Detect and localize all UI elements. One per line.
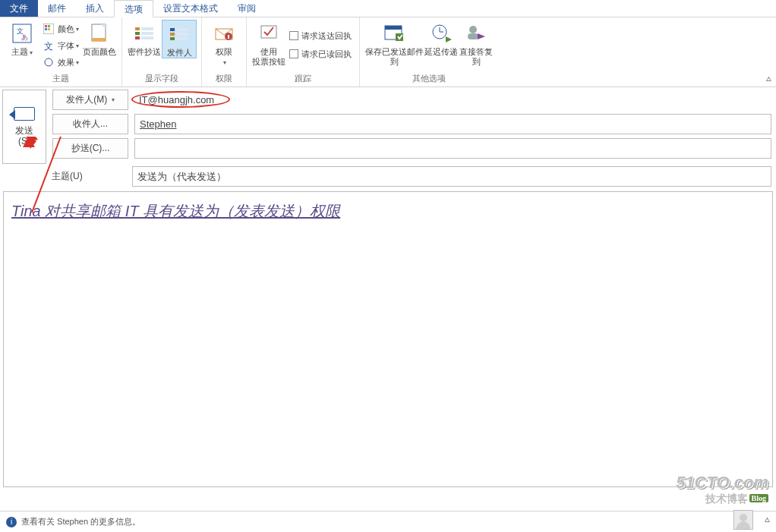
svg-rect-13 — [135, 27, 140, 30]
subject-input[interactable]: 发送为（代表发送） — [132, 166, 771, 187]
bcc-button[interactable]: 密件抄送 — [127, 20, 162, 57]
subject-row: 主题(U) 发送为（代表发送） — [0, 164, 776, 191]
svg-rect-17 — [141, 32, 153, 35]
to-input[interactable]: Stephen — [134, 114, 771, 134]
ribbon-group-tracking: 使用 投票按钮 请求送达回执 请求已读回执 跟踪 — [247, 17, 360, 87]
vote-label: 使用 投票按钮 — [252, 47, 285, 67]
permission-button[interactable]: 权限▾ — [207, 20, 241, 68]
svg-rect-30 — [385, 26, 402, 30]
checkbox-icon — [289, 49, 298, 58]
tab-mail[interactable]: 邮件 — [38, 0, 76, 17]
delay-icon — [429, 21, 453, 46]
svg-rect-27 — [228, 35, 229, 39]
from-value: IT@huangjh.com — [134, 90, 219, 110]
svg-point-9 — [45, 58, 52, 66]
ribbon-group-permission: 权限▾ 权限 — [202, 17, 247, 87]
theme-effect-button[interactable]: 效果▾ — [39, 55, 82, 70]
theme-color-label: 颜色 — [58, 24, 74, 35]
contact-avatar[interactable] — [733, 510, 753, 530]
page-color-label: 页面颜色 — [83, 47, 116, 57]
send-label: 发送 (S) — [15, 125, 33, 146]
palette-icon — [43, 23, 55, 35]
svg-rect-15 — [135, 36, 140, 39]
ribbon-group-other: 保存已发送邮件 到 延迟传递 直接答复 到 其他选项 — [360, 17, 498, 87]
from-button[interactable]: 发件人 — [162, 20, 197, 58]
direct-reply-button[interactable]: 直接答复 到 — [459, 20, 494, 67]
svg-rect-20 — [170, 33, 175, 36]
theme-effect-label: 效果 — [58, 57, 74, 68]
permission-icon — [212, 21, 236, 46]
theme-font-label: 字体 — [58, 40, 74, 52]
svg-rect-24 — [176, 37, 188, 40]
direct-reply-icon — [464, 21, 488, 46]
svg-rect-22 — [176, 28, 188, 31]
cc-input[interactable] — [134, 138, 771, 159]
theme-color-button[interactable]: 颜色▾ — [39, 21, 82, 36]
theme-icon: 文あ — [10, 21, 34, 46]
ribbon-label-showfields: 显示字段 — [145, 71, 178, 87]
people-pane-expand[interactable]: ㅿ — [763, 515, 771, 526]
svg-rect-21 — [170, 37, 175, 40]
svg-rect-12 — [92, 38, 106, 41]
svg-rect-37 — [468, 33, 478, 39]
people-pane-footer: i 查看有关 Stephen 的更多信息。 ㅿ — [0, 511, 776, 532]
watermark-line2: 技术博客 — [705, 493, 748, 505]
page-color-button[interactable]: 页面颜色 — [82, 20, 117, 57]
svg-marker-35 — [446, 36, 452, 42]
page-color-icon — [87, 21, 112, 46]
ribbon-label-permission: 权限 — [216, 71, 232, 87]
svg-rect-16 — [141, 27, 153, 30]
ribbon-group-showfields: 密件抄送 发件人 显示字段 — [122, 17, 202, 87]
delay-label: 延迟传递 — [424, 47, 458, 57]
save-sent-icon — [382, 21, 406, 46]
ribbon-group-theme: 文あ 主题▾ 颜色▾ 文 字体▾ 效果▾ — [0, 17, 122, 87]
delivery-receipt-checkbox[interactable]: 请求送达回执 — [286, 27, 355, 44]
vote-icon — [257, 21, 281, 46]
checkbox-icon — [289, 31, 298, 40]
permission-label: 权限 — [216, 47, 232, 56]
ribbon-label-theme: 主题 — [52, 71, 69, 87]
send-icon — [14, 107, 35, 121]
theme-button[interactable]: 文あ 主题▾ — [5, 20, 39, 58]
svg-rect-14 — [135, 32, 140, 35]
message-body[interactable]: Tina 对共享邮箱 IT 具有发送为（发表发送）权限 — [3, 191, 773, 487]
footer-text: 查看有关 Stephen 的更多信息。 — [21, 516, 140, 527]
vote-button[interactable]: 使用 投票按钮 — [251, 20, 286, 67]
theme-label: 主题 — [11, 47, 28, 56]
svg-rect-23 — [176, 33, 188, 36]
svg-rect-18 — [141, 36, 153, 39]
tab-insert[interactable]: 插入 — [76, 0, 114, 17]
tab-options[interactable]: 选项 — [114, 0, 153, 17]
subject-label: 主题(U) — [50, 170, 126, 183]
body-text: Tina 对共享邮箱 IT 具有发送为（发表发送）权限 — [11, 203, 340, 219]
ribbon-label-tracking: 跟踪 — [295, 71, 311, 87]
watermark-blog-badge: Blog — [749, 494, 768, 502]
svg-rect-4 — [45, 25, 47, 27]
read-receipt-checkbox[interactable]: 请求已读回执 — [286, 46, 355, 62]
read-receipt-label: 请求已读回执 — [301, 49, 352, 60]
bcc-icon — [132, 21, 156, 46]
font-icon: 文 — [43, 39, 55, 52]
svg-point-36 — [469, 26, 477, 33]
direct-reply-label: 直接答复 到 — [459, 47, 493, 67]
delay-delivery-button[interactable]: 延迟传递 — [424, 20, 459, 57]
tab-file[interactable]: 文件 — [0, 0, 38, 17]
tab-review[interactable]: 审阅 — [228, 0, 266, 17]
from-field-button[interactable]: 发件人(M) ▾ — [52, 90, 128, 110]
from-label: 发件人 — [167, 48, 192, 58]
svg-rect-6 — [45, 28, 47, 30]
cc-field-button[interactable]: 抄送(C)... — [52, 138, 128, 159]
theme-font-button[interactable]: 文 字体▾ — [39, 38, 82, 53]
svg-text:あ: あ — [21, 33, 28, 41]
tab-format[interactable]: 设置文本格式 — [153, 0, 228, 17]
svg-rect-7 — [48, 28, 50, 30]
ribbon-collapse-button[interactable]: ㅿ — [765, 74, 773, 85]
send-button[interactable]: 发送 (S) — [2, 90, 46, 164]
svg-rect-5 — [48, 25, 50, 27]
compose-header: 发送 (S) 发件人(M) ▾ IT@huangjh.com 收件人... St… — [0, 87, 776, 164]
svg-rect-19 — [170, 28, 175, 31]
save-sent-button[interactable]: 保存已发送邮件 到 — [364, 20, 424, 67]
info-icon: i — [6, 517, 17, 527]
to-field-button[interactable]: 收件人... — [52, 114, 128, 134]
ribbon-label-other: 其他选项 — [412, 71, 446, 87]
